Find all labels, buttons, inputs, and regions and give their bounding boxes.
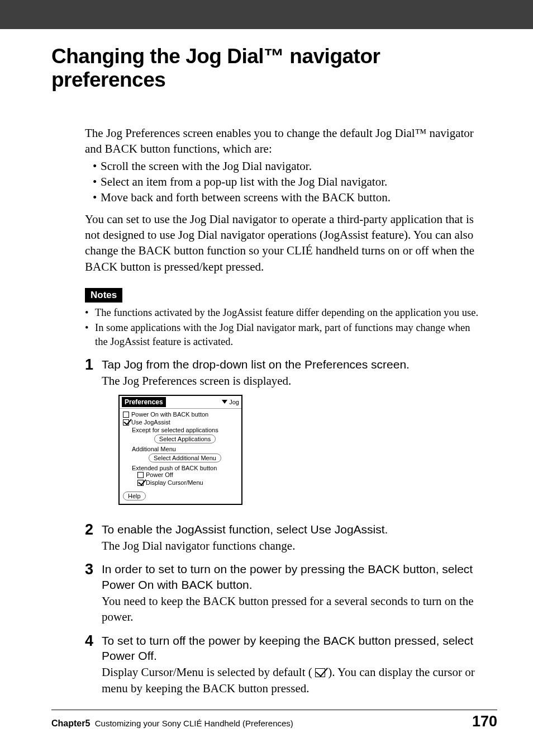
step-number: 2 [85,522,102,554]
intro-bullet-3: Move back and forth between screens with… [101,190,391,205]
row-display-cursor-menu[interactable]: Display Cursor/Menu [137,479,238,486]
bullet-dot: • [93,190,101,205]
step-3: 3 In order to set to turn on the power b… [85,561,482,625]
intro-paragraph-2: You can set to use the Jog Dial navigato… [85,211,482,275]
header-bar [0,0,533,29]
footer-chapter-label: Chapter5 [51,719,90,728]
step-heading: To set to turn off the power by keeping … [102,633,482,664]
step-desc: The Jog Dial navigator functions change. [102,538,482,554]
row-label: Use JogAssist [131,419,170,426]
step-desc: Display Cursor/Menu is selected by defau… [102,664,482,696]
note-bullet: • [85,321,95,349]
page-title: Changing the Jog Dial™ navigator prefere… [51,45,482,92]
intro-bullet-1: Scroll the screen with the Jog Dial navi… [101,158,312,174]
step-number: 4 [85,633,102,696]
dropdown-icon [222,400,227,404]
screenshot-dropdown[interactable]: Jog [222,399,239,405]
row-power-off[interactable]: Power Off [137,471,238,478]
screenshot-title: Preferences [122,397,166,407]
intro-bullet-2: Select an item from a pop-up list with t… [101,174,387,190]
footer-chapter-desc: Customizing your Sony CLIÉ Handheld (Pre… [95,719,293,728]
step-heading: Tap Jog from the drop-down list on the P… [102,357,482,372]
checkbox-checked-icon[interactable] [137,480,144,486]
step-desc-pre: Display Cursor/Menu is selected by defau… [102,665,312,679]
step-desc: You need to keep the BACK button pressed… [102,593,482,625]
notes-label: Notes [85,288,122,303]
footer-chapter: Chapter5 Customizing your Sony CLIÉ Hand… [51,719,293,729]
footer-rule [51,710,497,710]
select-applications-button[interactable]: Select Applications [154,434,216,443]
row-label: Power On with BACK button [131,411,208,418]
bullet-dot: • [93,158,101,174]
note-1: The functions activated by the JogAssist… [95,306,482,320]
jog-preferences-screenshot: Preferences Jog Power On with BACK butto… [118,395,242,505]
extended-push-label: Extended push of BACK button [132,465,238,471]
row-label: Power Off [146,471,173,478]
row-use-jogassist[interactable]: Use JogAssist [123,419,238,426]
step-heading: To enable the JogAssist function, select… [102,522,482,537]
checkbox-checked-icon[interactable] [123,419,129,426]
note-bullet: • [85,306,95,320]
row-label: Display Cursor/Menu [146,479,203,486]
select-additional-menu-button[interactable]: Select Additional Menu [149,453,221,462]
step-number: 1 [85,357,102,514]
dropdown-value: Jog [229,399,239,405]
additional-menu-label: Additional Menu [132,446,238,452]
intro-paragraph-1: The Jog Preferences screen enables you t… [85,125,482,157]
bullet-dot: • [93,174,101,190]
checked-checkbox-icon [315,668,325,677]
step-number: 3 [85,561,102,625]
row-power-on-back[interactable]: Power On with BACK button [123,411,238,418]
step-4: 4 To set to turn off the power by keepin… [85,633,482,696]
help-button[interactable]: Help [123,492,146,500]
except-label: Except for selected applications [132,427,238,433]
page-number: 170 [472,713,497,730]
step-heading: In order to set to turn on the power by … [102,561,482,592]
step-2: 2 To enable the JogAssist function, sele… [85,522,482,554]
note-2: In some applications with the Jog Dial n… [95,321,482,349]
step-desc: The Jog Preferences screen is displayed. [102,373,482,389]
step-1: 1 Tap Jog from the drop-down list on the… [85,357,482,514]
